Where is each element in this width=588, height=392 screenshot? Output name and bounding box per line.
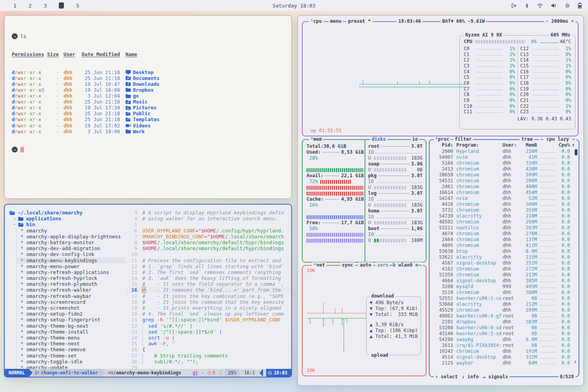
proc-row[interactable]: 53211nautilusdhh303M0.0	[433, 225, 575, 231]
net-auto-button[interactable]: auto	[358, 262, 373, 268]
tree-file-omarchy-dev-add-migration[interactable]: *omarchy-dev-add-migration	[16, 245, 126, 251]
proc-panel-title[interactable]: ⁵proc	[434, 136, 451, 142]
mem-panel-title[interactable]: ²mem	[309, 136, 323, 142]
tree-file-omarchy-theme-set[interactable]: *omarchy-theme-set	[16, 353, 126, 359]
proc-row[interactable]: 3732chromiumdhh355M0.0	[433, 207, 575, 213]
proc-row[interactable]: 2125waybardhh64M0.0	[433, 360, 575, 366]
bluetooth-icon[interactable]	[524, 3, 529, 9]
proc-row[interactable]: 2464chromiumdhh137M0.0	[433, 237, 575, 243]
scroll-down-icon[interactable]: ↓	[574, 359, 577, 365]
used-label: U	[368, 238, 371, 243]
mem-value: 4,93 GiB	[341, 196, 364, 202]
tree-file-omarchy-refresh-applications[interactable]: *omarchy-refresh-applications	[16, 269, 126, 275]
pending-keys: gj	[192, 370, 198, 376]
proc-row[interactable]: 4664signal-desktopdhh385M0.0	[433, 278, 575, 284]
code-editor[interactable]: 3# A script to display Hyprland keybindi…	[126, 210, 291, 369]
proc-row[interactable]: 1611irq/81-PIXA3854:root0B0.0	[433, 343, 575, 348]
proc-row[interactable]: 49962kworker/u96:4-gfroot0B0.0	[433, 313, 575, 319]
file-tree: ~/.local/share/omarchy›applications›bin*…	[5, 205, 126, 369]
logout-icon[interactable]	[510, 3, 517, 9]
tree-file-omarchy-menu-keybindings[interactable]: *omarchy-menu-keybindings	[16, 258, 126, 263]
proc-row[interactable]: 10242chromiumdhh191M0.0	[433, 348, 575, 354]
core-col-right: C121%C130%C141%C151%C160%C170%C180%C190%…	[517, 46, 571, 115]
proc-scrollbar[interactable]	[575, 149, 577, 155]
proc-row[interactable]: 2413chromiumdhh438M0.0	[433, 166, 575, 172]
disk-name: log	[368, 191, 377, 196]
proc-row[interactable]: 3208mysqld999495M0.0	[433, 284, 575, 290]
proc-row[interactable]: 3519chromiumdhh380M0.0	[433, 290, 575, 296]
proc-row[interactable]: 53638btopdhh8.0M0.0	[433, 249, 575, 254]
terminal-body[interactable]: →ls Permissions Size User Date Modified …	[5, 16, 291, 198]
proc-row[interactable]: 53621alacrittydhh215M0.0	[433, 254, 575, 260]
proc-pid: 54739	[433, 213, 453, 219]
proc-row[interactable]: 52359chromiumdhh213M0.0	[433, 272, 575, 278]
net-interface[interactable]: ←b wlan0 n→	[388, 262, 423, 268]
tree-file-omarchy-apple-display-brightness[interactable]: *omarchy-apple-display-brightness	[16, 234, 126, 240]
file-date: 19 Jul 16:08	[82, 87, 120, 93]
proc-row[interactable]: 53668alacrittydhh212M0.0	[433, 301, 575, 307]
tree-file-omarchy-theme-remove[interactable]: *omarchy-theme-remove	[16, 347, 126, 352]
cpu-panel-title[interactable]: ¹cpu	[309, 18, 323, 24]
tree-file-omarchy-refresh-hyprlock[interactable]: *omarchy-refresh-hyprlock	[16, 275, 126, 281]
tree-file-omarchy-theme-bg-next[interactable]: *omarchy-theme-bg-next	[16, 323, 126, 329]
menu-button[interactable]: menu	[328, 18, 343, 24]
proc-row[interactable]: 2191dropboxdhh383M0.0	[433, 319, 575, 325]
proc-row[interactable]: 43140kworker/u96:3-sdroot0B0.0	[433, 331, 575, 337]
proc-row[interactable]: 4514signal-desktopdhh332M0.0	[433, 354, 575, 360]
net-panel-title[interactable]: ⁴net	[312, 262, 327, 268]
battery-icon[interactable]	[578, 2, 582, 9]
tree-file-omarchy-theme-next[interactable]: *omarchy-theme-next	[16, 341, 126, 347]
tree-file-omarchy-theme-menu[interactable]: *omarchy-theme-menu	[16, 335, 126, 341]
tree-file-omarchy-refresh-plymouth[interactable]: *omarchy-refresh-plymouth	[16, 281, 126, 287]
tree-file-omarchy-menu-power[interactable]: *omarchy-menu-power	[16, 263, 126, 269]
proc-user: dhh	[503, 290, 520, 296]
proc-row[interactable]: 52551kworker/u96:1-coroot0B0.0	[433, 296, 575, 301]
disk-used-value: 188M	[409, 238, 423, 243]
proc-row[interactable]: 5166chromiumdhh334M0.0	[433, 160, 575, 166]
tree-file-omarchy-setup-fido2[interactable]: *omarchy-setup-fido2	[16, 311, 126, 317]
tree-file-omarchy-setup-fingerprint[interactable]: *omarchy-setup-fingerprint	[16, 317, 126, 323]
proc-row[interactable]: 4805chromiumdhh411M0.0	[433, 243, 575, 249]
proc-row[interactable]: 48592chromiumdhh250M0.0	[433, 219, 575, 225]
proc-row[interactable]: 4674chromiumdhh276M0.0	[433, 231, 575, 237]
updates-icon[interactable]	[564, 3, 570, 9]
proc-row[interactable]: 2008Hyprlanddhh234M0.0	[433, 149, 575, 154]
tree-file-omarchy-refresh-walker[interactable]: *omarchy-refresh-walker	[16, 287, 126, 293]
tree-file-omarchy-theme-install[interactable]: *omarchy-theme-install	[16, 329, 126, 335]
preset-button[interactable]: preset *	[347, 18, 372, 24]
proc-row[interactable]: 54198swaybgdhh8.0M0.0	[433, 337, 575, 343]
proc-row[interactable]: 4426chromiumdhh306M0.0	[433, 201, 575, 207]
mem-stat-row: Free:17,7 GiB	[307, 220, 364, 226]
tree-file-omarchy-screenshot[interactable]: *omarchy-screenshot	[16, 305, 126, 311]
disk-used-row: U188M	[368, 238, 423, 243]
tree-dir-applications[interactable]: ›applications	[5, 216, 126, 221]
proc-row[interactable]: 28659chromiumdhh599M0.0	[433, 172, 575, 178]
tree-file-omarchy-dev-config-link[interactable]: *omarchy-dev-config-link	[16, 251, 126, 257]
tree-root-item[interactable]: ~/.local/share/omarchy	[5, 210, 126, 216]
volume-icon[interactable]	[551, 3, 557, 8]
update-interval[interactable]: - 2000ms +	[544, 18, 575, 24]
net-sync-button[interactable]: sync	[340, 262, 355, 268]
proc-row[interactable]: 16614chromiumdhh454M0.0	[433, 190, 575, 196]
proc-row[interactable]: 54907nvimdhh41M0.0	[433, 154, 575, 160]
tree-file-omarchy-battery-monitor[interactable]: *omarchy-battery-monitor	[16, 240, 126, 245]
wifi-icon[interactable]	[537, 3, 543, 8]
net-zero-button[interactable]: zero	[376, 262, 390, 268]
tree-file-omarchy-update[interactable]: *omarchy-update	[16, 365, 126, 369]
filter-button[interactable]: filter	[453, 136, 473, 142]
proc-row[interactable]: 45529chromiumdhh209M0.0	[433, 307, 575, 313]
proc-row[interactable]: 4587signal-desktopdhh251M0.0	[433, 260, 575, 266]
proc-row[interactable]: 54739alacrittydhh210M0.0	[433, 213, 575, 219]
tree-file-omarchy-refresh-waybar[interactable]: *omarchy-refresh-waybar	[16, 293, 126, 299]
proc-row[interactable]: 2461chromiumdhh408M0.0	[433, 184, 575, 190]
proc-row[interactable]: 53208kworker/u96:0-sdroot0B0.0	[433, 325, 575, 331]
tree-file-omarchy-screenrecord[interactable]: *omarchy-screenrecord	[16, 299, 126, 305]
tree-file-omarchy-toggle-idle[interactable]: *omarchy-toggle-idle	[16, 359, 126, 365]
proc-row[interactable]: 54531chromiumdhh206M0.0	[433, 178, 575, 184]
proc-row[interactable]: 4162chromiumdhh272M0.0	[433, 266, 575, 272]
proc-row[interactable]: 54247nvimdhh52M0.0	[433, 196, 575, 201]
tree-dir-bin[interactable]: ›bin	[5, 221, 126, 227]
sort-selector[interactable]: ← cpu lazy →	[539, 136, 576, 142]
tree-file-omarchy[interactable]: *omarchy	[16, 228, 126, 234]
tree-button[interactable]: tree	[520, 136, 534, 142]
